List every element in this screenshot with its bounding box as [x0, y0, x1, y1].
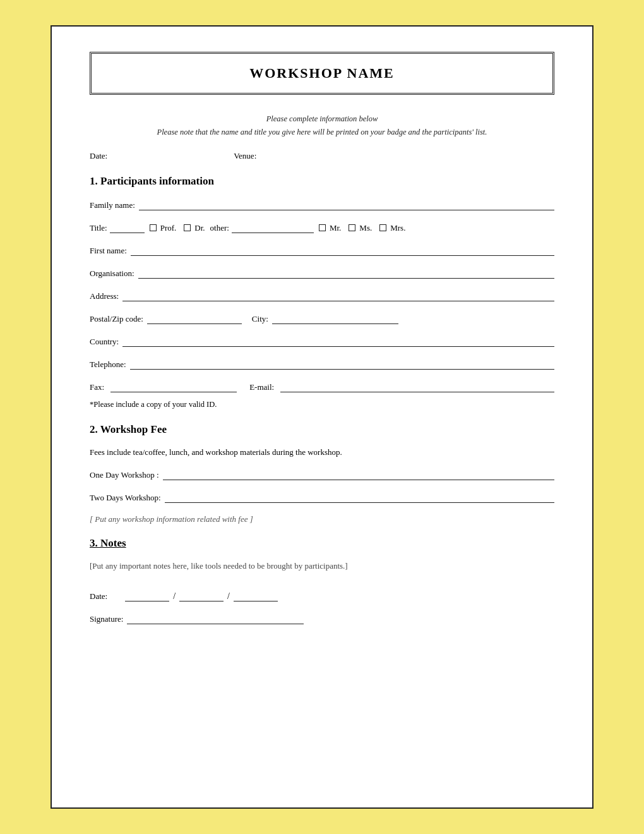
section1-title: 1. Participants information	[90, 175, 554, 188]
dr-label: Dr.	[194, 223, 205, 233]
title-label: Title:	[90, 223, 107, 233]
telephone-field[interactable]	[130, 358, 554, 370]
dr-checkbox-group[interactable]: Dr.	[184, 223, 205, 233]
ms-label: Ms.	[359, 223, 372, 233]
fee-info-placeholder: [ Put any workshop information related w…	[90, 514, 554, 524]
family-name-row: Family name:	[90, 199, 554, 210]
prof-checkbox-group[interactable]: Prof.	[150, 223, 177, 233]
workshop-title: WORKSHOP NAME	[249, 65, 395, 81]
organisation-row: Organisation:	[90, 267, 554, 279]
prof-label: Prof.	[160, 223, 177, 233]
city-field[interactable]	[272, 313, 398, 324]
section3: 3. Notes [Put any important notes here, …	[90, 537, 554, 571]
mr-checkbox[interactable]	[319, 224, 326, 231]
header-box: WORKSHOP NAME	[90, 52, 554, 95]
first-name-label: First name:	[90, 246, 127, 256]
subtitle-line2: Please note that the name and title you …	[90, 126, 554, 139]
one-day-field[interactable]	[163, 469, 554, 480]
signature-field[interactable]	[127, 613, 304, 624]
one-day-row: One Day Workshop :	[90, 469, 554, 480]
address-label: Address:	[90, 291, 119, 301]
first-name-row: First name:	[90, 245, 554, 256]
fax-email-row: Fax: E-mail:	[90, 381, 554, 392]
two-days-row: Two Days Workshop:	[90, 492, 554, 503]
signature-label: Signature:	[90, 614, 123, 624]
email-field[interactable]	[280, 381, 554, 392]
id-note: *Please include a copy of your valid ID.	[90, 400, 554, 409]
signature-row: Signature:	[90, 613, 554, 624]
address-field[interactable]	[122, 290, 554, 301]
section2: 2. Workshop Fee Fees include tea/coffee,…	[90, 423, 554, 524]
date-sign-section: Date: / / Signature:	[90, 590, 554, 624]
date-venue-row: Date: Venue:	[90, 151, 554, 161]
first-name-field[interactable]	[131, 245, 554, 256]
date-sig-label: Date:	[90, 591, 107, 601]
mrs-label: Mrs.	[390, 223, 405, 233]
subtitle-line1: Please complete information below	[90, 112, 554, 126]
mr-label: Mr.	[330, 223, 341, 233]
two-days-field[interactable]	[165, 492, 554, 503]
other-label: other:	[210, 223, 229, 233]
title-field[interactable]	[110, 222, 145, 233]
family-name-field[interactable]	[139, 199, 554, 210]
venue-label: Venue:	[234, 151, 256, 161]
date-label: Date:	[90, 151, 107, 161]
ms-checkbox-group[interactable]: Ms.	[349, 223, 372, 233]
section3-title: 3. Notes	[90, 537, 554, 550]
email-label: E-mail:	[249, 382, 274, 392]
fee-description: Fees include tea/coffee, lunch, and work…	[90, 447, 554, 457]
other-field[interactable]	[232, 222, 314, 233]
ms-checkbox[interactable]	[349, 224, 355, 231]
address-row: Address:	[90, 290, 554, 301]
organisation-field[interactable]	[138, 267, 554, 279]
fax-field[interactable]	[110, 381, 237, 392]
postal-label: Postal/Zip code:	[90, 314, 143, 324]
title-row: Title: Prof. Dr. other: Mr. Ms. Mrs.	[90, 222, 554, 233]
date-fields-row: Date: / /	[90, 590, 554, 601]
mr-checkbox-group[interactable]: Mr.	[319, 223, 341, 233]
notes-placeholder: [Put any important notes here, like tool…	[90, 561, 554, 571]
country-field[interactable]	[122, 335, 554, 347]
telephone-label: Telephone:	[90, 360, 126, 370]
organisation-label: Organisation:	[90, 269, 134, 279]
country-label: Country:	[90, 337, 119, 347]
city-label: City:	[252, 314, 268, 324]
mrs-checkbox[interactable]	[379, 224, 386, 231]
prof-checkbox[interactable]	[150, 224, 157, 231]
date-month-field[interactable]	[179, 590, 224, 601]
section2-title: 2. Workshop Fee	[90, 423, 554, 436]
fax-label: Fax:	[90, 382, 104, 392]
one-day-label: One Day Workshop :	[90, 470, 159, 480]
mrs-checkbox-group[interactable]: Mrs.	[379, 223, 405, 233]
date-year-field[interactable]	[234, 590, 278, 601]
postal-city-row: Postal/Zip code: City:	[90, 313, 554, 324]
form-page: WORKSHOP NAME Please complete informatio…	[51, 25, 593, 809]
family-name-label: Family name:	[90, 200, 135, 210]
dr-checkbox[interactable]	[184, 224, 191, 231]
subtitle-block: Please complete information below Please…	[90, 112, 554, 140]
two-days-label: Two Days Workshop:	[90, 493, 161, 503]
country-row: Country:	[90, 335, 554, 347]
telephone-row: Telephone:	[90, 358, 554, 370]
date-day-field[interactable]	[125, 590, 169, 601]
postal-field[interactable]	[147, 313, 242, 324]
